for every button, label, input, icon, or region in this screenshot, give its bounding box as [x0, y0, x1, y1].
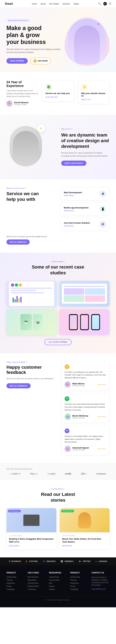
- footer-link[interactable]: Updates: [49, 588, 67, 590]
- footer-link[interactable]: Integrations: [70, 582, 88, 584]
- all-case-stories-button[interactable]: ALL CASE STORIES: [44, 339, 72, 345]
- service-card-mobile: Mobile app Development READ MORE → 📱: [60, 202, 110, 216]
- services-all-button[interactable]: SEE ALL SERVICES: [6, 240, 30, 244]
- footer-link[interactable]: Landing Page: [70, 576, 88, 578]
- about-section: ✦ Who are we? ✦ We are dynamic team of c…: [0, 115, 116, 179]
- social-facebook[interactable]: f FACEBOOK: [9, 560, 21, 562]
- author-info: Darrell Steward Founder of Sixart: [14, 102, 28, 106]
- why-card-link[interactable]: ABOUT US →: [81, 98, 106, 100]
- footer-link[interactable]: Freelancers: [28, 588, 46, 590]
- blog-tag-1: TECHNOLOGY: [8, 510, 21, 512]
- footer-contact-text: We have 45 years of experience for helpi…: [92, 576, 110, 586]
- blog-readmore-1[interactable]: READ MORE →: [9, 545, 54, 547]
- service-custom-link[interactable]: READ MORE →: [64, 225, 90, 227]
- hero-cta-button[interactable]: SAVE STORIES: [6, 58, 28, 64]
- footer-link[interactable]: Pricing: [70, 585, 88, 587]
- menu-icon[interactable]: ☰: [109, 2, 111, 5]
- feedback-stars-1: ★★★★★: [97, 384, 106, 386]
- footer-col-contact: CONTACT US We have 45 years of experienc…: [92, 572, 110, 592]
- hero-video-button[interactable]: ▶ SEE MORE: [30, 58, 51, 64]
- blog-readmore-2[interactable]: READ MORE →: [62, 545, 107, 547]
- service-mobile-title: Mobile app Development: [64, 206, 89, 209]
- feedback-name-role-3: Savannah Nguyen Founder of Sixart: [72, 447, 89, 451]
- feedback-role-1: Founder of Sixart: [72, 385, 85, 387]
- footer-link[interactable]: Pricing: [6, 585, 24, 587]
- footer-link[interactable]: Integrations: [6, 582, 24, 584]
- footer-col-resources: RESOURCES Landing Page Documentation Blo…: [49, 572, 67, 592]
- case-card-4-image: [59, 309, 110, 335]
- service-card-link[interactable]: OUR SERVICE →: [45, 96, 70, 98]
- service-web-link[interactable]: READ MORE →: [64, 195, 82, 196]
- footer-link[interactable]: Website Builder: [28, 585, 46, 587]
- nav-services[interactable]: Services: [63, 3, 70, 5]
- footer-link[interactable]: Web Designers: [28, 576, 46, 578]
- feedback-note: We love our client and our clients loved…: [6, 377, 55, 380]
- linkedin-icon: in: [95, 560, 97, 562]
- case-grid: 🥗 🍲: [6, 281, 110, 335]
- footer-link[interactable]: Changelog: [70, 588, 88, 590]
- blog-grid: TECHNOLOGY JAN • READ MORE Building A Re…: [6, 508, 110, 549]
- footer-grid: PRODUCT Landing Page Features Integratio…: [6, 572, 110, 592]
- arrow-icon: →: [58, 96, 60, 98]
- brands-row: Walmart ✦ Paysafe Walmart mollie Qlik ● …: [6, 472, 110, 475]
- feedback-name-role-1: Wade Warren Founder of Sixart: [72, 382, 85, 387]
- cart-button[interactable]: 🛒: [103, 2, 107, 6]
- mock-ui-1: [9, 282, 54, 306]
- feedback-tag: Happy customer feedback ✦: [6, 361, 55, 363]
- search-icon[interactable]: 🔍: [98, 2, 101, 5]
- service-web-icon: 🖥: [99, 190, 106, 197]
- blog-section: Our Blog Article ✦ Read our Latest stori…: [0, 480, 116, 558]
- blog-tag-2: TECHNOLOGY: [61, 510, 74, 512]
- mock-ui-2: [62, 284, 107, 304]
- service-mobile-link[interactable]: READ MORE →: [64, 210, 89, 212]
- social-youtube[interactable]: ▶ YOUTUBE: [26, 560, 38, 562]
- nav-project[interactable]: Our Project: [49, 3, 59, 5]
- feedback-name-2: Marvin McKinney: [72, 415, 88, 417]
- feedback-quote-1: ❝: [65, 364, 69, 369]
- dribbble-icon: ⚽: [60, 560, 63, 562]
- nav-home[interactable]: Home: [32, 3, 37, 5]
- feedback-avatar-3: S: [65, 446, 71, 452]
- site-logo[interactable]: Sixart: [5, 2, 13, 6]
- footer-link[interactable]: MarketWars: [28, 579, 46, 581]
- navbar: Sixart Home About Our Project Services P…: [0, 0, 116, 8]
- footer-link[interactable]: Small Business: [28, 582, 46, 584]
- hero-section: Best solution we offer you ✦ Make a good…: [0, 8, 116, 72]
- social-behance[interactable]: Bē BEHANCE: [42, 560, 55, 562]
- brand-square: ■ Square: [97, 472, 106, 475]
- feedback-all-button[interactable]: SEE ALL FEEDBACK: [6, 383, 31, 388]
- footer-link[interactable]: Blog: [49, 582, 67, 584]
- service-card-title: Service we can help you: [45, 92, 70, 94]
- nav-pages[interactable]: Pages: [73, 3, 79, 5]
- footer-link[interactable]: Support: [49, 585, 67, 587]
- footer-link[interactable]: Landing Page: [49, 576, 67, 578]
- case-card-3: 🥗 🍲: [6, 309, 57, 335]
- case-studies-tag: Check our Work ✦: [6, 261, 110, 262]
- social-linkedin[interactable]: in LINKEDIN: [95, 560, 107, 562]
- social-twitter[interactable]: 🐦 TWITTER: [79, 560, 91, 562]
- footer-col-product2-list: Landing Page Features Integrations Prici…: [70, 576, 88, 590]
- why-icon: ⭐: [81, 84, 88, 90]
- hero-person-image: [68, 19, 106, 64]
- footer-link[interactable]: Features: [70, 579, 88, 581]
- blog-meta-2: JAN • READ MORE: [62, 535, 107, 536]
- service-card-mobile-info: Mobile app Development READ MORE →: [64, 206, 89, 212]
- footer-contact-email[interactable]: support@sixart.com: [92, 588, 110, 590]
- feedback-author-info-2: M Marvin McKinney Founder of Sixart: [65, 414, 88, 420]
- person-icon: [78, 512, 91, 528]
- footer-link[interactable]: Documentation: [49, 579, 67, 581]
- blog-title: Read our Latest stories: [6, 492, 110, 503]
- blog-tag: Our Blog Article ✦: [6, 488, 110, 490]
- nav-about[interactable]: About: [41, 3, 46, 5]
- about-cta-button[interactable]: ABOUT OUR AGENCY: [61, 160, 86, 166]
- footer-col-product-title: PRODUCT: [6, 572, 24, 574]
- feedback-quote-2: ❝: [65, 396, 69, 401]
- footer-link[interactable]: Features: [6, 579, 24, 581]
- footer-link[interactable]: Changelog: [6, 588, 24, 590]
- twitter-icon: 🐦: [79, 560, 81, 562]
- footer-link[interactable]: Landing Page: [6, 576, 24, 578]
- blog-title-1: Building A Retro Draggable Web Component…: [9, 538, 54, 543]
- social-dribbble[interactable]: ⚽ DRIBBBLE: [60, 560, 74, 562]
- youtube-icon: ▶: [26, 560, 28, 562]
- service-card-web: Web Development READ MORE → 🖥: [60, 188, 110, 200]
